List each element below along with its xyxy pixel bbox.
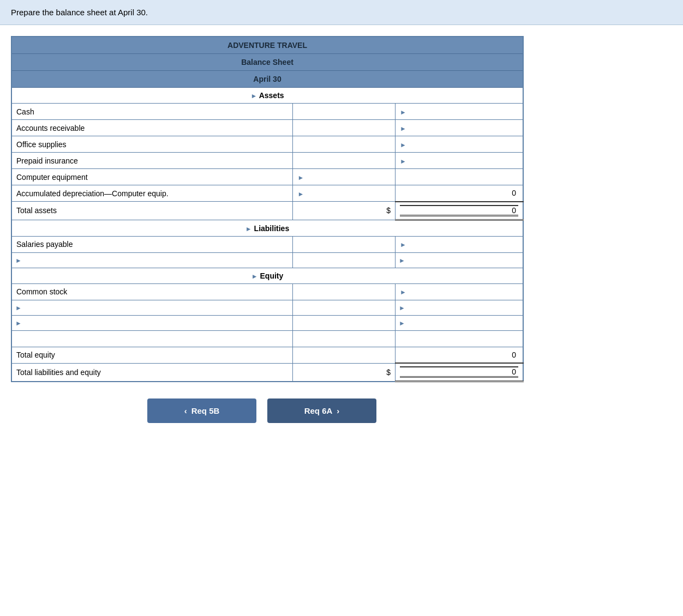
ar-mid-cell[interactable] <box>293 120 396 136</box>
ar-right-arrow: ► <box>400 125 406 132</box>
balance-sheet-table: ADVENTURE TRAVEL Balance Sheet April 30 … <box>11 36 524 382</box>
total-equity-input[interactable] <box>400 351 518 359</box>
prepaid-insurance-mid-input[interactable] <box>297 156 391 165</box>
office-supplies-mid-input[interactable] <box>297 140 391 149</box>
salaries-payable-right-cell[interactable]: ► <box>395 236 523 252</box>
office-supplies-right-cell[interactable]: ► <box>395 136 523 153</box>
empty-equity1-right-input[interactable] <box>408 303 504 312</box>
empty-liability-right[interactable]: ► <box>395 252 523 268</box>
empty-equity1-right[interactable]: ► <box>395 300 523 315</box>
empty-equity2-mid[interactable] <box>293 315 396 330</box>
cash-mid-input[interactable] <box>297 107 391 116</box>
salaries-payable-mid-input[interactable] <box>297 240 391 249</box>
salaries-payable-right-input[interactable] <box>409 240 504 249</box>
assets-header-label: ► Assets <box>11 88 523 104</box>
table-row: Accumulated depreciation—Computer equip.… <box>11 185 523 202</box>
computer-equipment-label: Computer equipment <box>11 169 293 185</box>
prepaid-insurance-label: Prepaid insurance <box>11 153 293 169</box>
spacer-row <box>11 330 523 347</box>
empty-equity2-right-arrow: ► <box>399 319 405 327</box>
prev-arrow-icon: ‹ <box>184 406 187 415</box>
cash-right-input[interactable] <box>409 107 504 116</box>
table-row: Common stock ► <box>11 283 523 300</box>
next-button-label: Req 6A <box>304 406 333 415</box>
computer-equipment-mid-input[interactable] <box>306 173 380 182</box>
table-row: ► ► <box>11 315 523 330</box>
cash-right-arrow: ► <box>400 108 406 116</box>
common-stock-mid-input[interactable] <box>297 287 391 296</box>
office-supplies-mid-cell[interactable] <box>293 136 396 153</box>
empty-liability-mid[interactable] <box>293 252 396 268</box>
total-liabilities-equity-value <box>395 363 523 382</box>
empty-equity1-mid-input[interactable] <box>296 303 392 312</box>
empty-equity2-mid-input[interactable] <box>296 318 392 327</box>
empty-equity2-label: ► <box>11 315 293 330</box>
office-supplies-right-arrow: ► <box>400 141 406 149</box>
table-row: Prepaid insurance ► <box>11 153 523 169</box>
office-supplies-label: Office supplies <box>11 136 293 153</box>
common-stock-mid-cell[interactable] <box>293 283 396 300</box>
common-stock-right-cell[interactable]: ► <box>395 283 523 300</box>
accum-dep-label: Accumulated depreciation—Computer equip. <box>11 185 293 202</box>
liabilities-header-row: ► Liabilities <box>11 220 523 236</box>
liabilities-arrow-icon: ► <box>245 225 252 233</box>
empty-equity2-right-input[interactable] <box>408 318 504 327</box>
accum-dep-right-input[interactable] <box>400 189 518 197</box>
table-row: Office supplies ► <box>11 136 523 153</box>
table-row: ► ► <box>11 252 523 268</box>
empty-equity2-right[interactable]: ► <box>395 315 523 330</box>
spacer-mid <box>293 330 396 347</box>
empty-liability-right-input[interactable] <box>408 256 504 264</box>
total-assets-input[interactable] <box>400 205 518 216</box>
liabilities-header-text: Liabilities <box>254 224 290 233</box>
liabilities-header-label: ► Liabilities <box>11 220 523 236</box>
next-button[interactable]: Req 6A › <box>267 398 376 423</box>
ar-right-input[interactable] <box>409 124 504 132</box>
empty-liability-arrow: ► <box>15 257 22 264</box>
total-equity-mid <box>293 347 396 363</box>
salaries-payable-arrow: ► <box>400 241 406 249</box>
title-row: ADVENTURE TRAVEL <box>11 37 523 54</box>
total-liabilities-equity-input[interactable] <box>400 366 518 378</box>
equity-header-text: Equity <box>260 271 284 280</box>
total-assets-label: Total assets <box>11 202 293 220</box>
total-assets-row: Total assets $ <box>11 202 523 220</box>
prepaid-insurance-mid-cell[interactable] <box>293 153 396 169</box>
prev-button[interactable]: ‹ Req 5B <box>147 398 256 423</box>
common-stock-label: Common stock <box>11 283 293 300</box>
total-liabilities-equity-dollar: $ <box>293 363 396 382</box>
computer-equipment-right-cell <box>395 169 523 185</box>
instruction-text: Prepare the balance sheet at April 30. <box>11 8 148 17</box>
cash-mid-cell[interactable] <box>293 104 396 120</box>
prepaid-insurance-right-input[interactable] <box>409 156 504 165</box>
assets-header-text: Assets <box>259 91 284 100</box>
salaries-payable-mid-cell[interactable] <box>293 236 396 252</box>
accum-dep-mid-cell[interactable]: ► <box>293 185 396 202</box>
equity-header-row: ► Equity <box>11 268 523 283</box>
common-stock-right-input[interactable] <box>409 287 504 296</box>
assets-arrow-icon: ► <box>250 92 257 100</box>
computer-equipment-mid-cell[interactable]: ► <box>293 169 396 185</box>
ar-label: Accounts receivable <box>11 120 293 136</box>
empty-equity2-arrow: ► <box>15 319 22 327</box>
empty-liability-mid-input[interactable] <box>296 256 392 264</box>
cash-right-cell[interactable]: ► <box>395 104 523 120</box>
total-equity-row: Total equity <box>11 347 523 363</box>
accum-dep-right-cell[interactable] <box>395 185 523 202</box>
computer-equipment-arrow: ► <box>297 174 304 182</box>
sheet-date: April 30 <box>11 71 523 88</box>
total-equity-label: Total equity <box>11 347 293 363</box>
ar-right-cell[interactable]: ► <box>395 120 523 136</box>
table-row: Salaries payable ► <box>11 236 523 252</box>
empty-liability-label: ► <box>11 252 293 268</box>
total-equity-value <box>395 347 523 363</box>
office-supplies-right-input[interactable] <box>409 140 504 149</box>
empty-equity1-right-arrow: ► <box>399 304 405 312</box>
sheet-subtitle: Balance Sheet <box>11 54 523 71</box>
main-content: ADVENTURE TRAVEL Balance Sheet April 30 … <box>0 25 524 450</box>
ar-mid-input[interactable] <box>297 124 391 132</box>
prepaid-insurance-right-cell[interactable]: ► <box>395 153 523 169</box>
accum-dep-mid-input[interactable] <box>306 189 380 198</box>
common-stock-arrow: ► <box>400 288 406 296</box>
empty-equity1-mid[interactable] <box>293 300 396 315</box>
